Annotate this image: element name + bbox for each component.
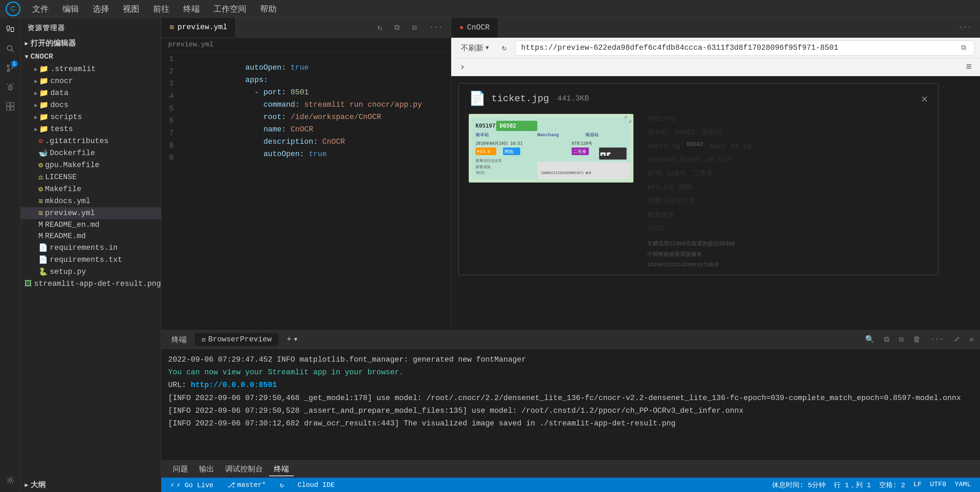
browser-refresh-btn[interactable]: ↻ bbox=[499, 42, 510, 54]
status-go-live[interactable]: ⚡ ⚡ Go Live bbox=[167, 481, 217, 489]
tree-item-preview-yml[interactable]: ≋ preview.yml bbox=[21, 207, 161, 219]
tree-label-cnocr: cnocr bbox=[51, 77, 73, 86]
tree-item-data[interactable]: ▶ 📁 data bbox=[21, 87, 161, 99]
folder-icon-docs: 📁 bbox=[39, 100, 48, 110]
terminal-more-btn[interactable]: ··· bbox=[928, 334, 947, 345]
preview-tab-more-btn[interactable]: ··· bbox=[955, 22, 975, 33]
tree-item-readme-en[interactable]: M README_en.md bbox=[21, 219, 161, 231]
menu-terminal[interactable]: 终端 bbox=[177, 2, 206, 16]
browser-nav-chevron[interactable]: › bbox=[460, 62, 465, 72]
terminal-tab-add[interactable]: + ▼ bbox=[280, 333, 304, 346]
bottom-tab-output[interactable]: 输出 bbox=[194, 462, 219, 476]
tree-item-gitattributes[interactable]: ⊙ .gitattributes bbox=[21, 135, 161, 147]
tree-item-gpu-makefile[interactable]: ⚙ gpu.Makefile bbox=[21, 159, 161, 171]
yml-icon-mkdocs: ≋ bbox=[38, 197, 43, 206]
tree-item-requirements-in[interactable]: 📄 requirements.in bbox=[21, 242, 161, 254]
debug-activity-icon[interactable] bbox=[2, 79, 19, 96]
bottom-tab-debug-console[interactable]: 调试控制台 bbox=[220, 462, 268, 476]
file-viewer-close-btn[interactable]: ✕ bbox=[921, 92, 928, 106]
more-tab-btn[interactable]: ··· bbox=[426, 22, 445, 33]
tree-label-requirements-in: requirements.in bbox=[50, 244, 118, 252]
menu-file[interactable]: 文件 bbox=[26, 2, 55, 16]
source-control-activity-icon[interactable]: 1 bbox=[2, 60, 19, 76]
status-rest-time[interactable]: 休息时间: 5分钟 bbox=[768, 480, 829, 490]
status-branch[interactable]: ⎇ master* bbox=[224, 481, 269, 489]
terminal-split-btn[interactable]: ⊟ bbox=[896, 333, 906, 346]
browser-menu-btn[interactable]: ≡ bbox=[966, 62, 972, 72]
menu-view[interactable]: 视图 bbox=[117, 2, 145, 16]
status-lang[interactable]: YAML bbox=[951, 480, 975, 490]
status-charset[interactable]: UTF8 bbox=[926, 480, 950, 490]
terminal-line-1: 2022-09-06 07:29:47.452 INFO matplotlib.… bbox=[168, 354, 973, 366]
tab-cnocr-preview[interactable]: ● CnOCR bbox=[451, 18, 498, 38]
tree-item-makefile[interactable]: ⚙ Makefile bbox=[21, 183, 161, 195]
refresh-tab-btn[interactable]: ↻ bbox=[375, 22, 385, 33]
terminal-copy-btn[interactable]: ⧉ bbox=[881, 334, 892, 346]
terminal-tab-browser-preview[interactable]: ⊟ BrowserPreview bbox=[195, 333, 278, 346]
outline-section[interactable]: ▶ 大纲 bbox=[21, 478, 161, 492]
bottom-tab-problems[interactable]: 问题 bbox=[168, 462, 193, 476]
tree-item-streamlit-png[interactable]: 🖼 streamlit-app-det-result.png bbox=[21, 278, 161, 290]
tree-item-dockerfile[interactable]: 🐋 Dockerfile bbox=[21, 147, 161, 159]
terminal-tab-icon-browser: ⊟ bbox=[202, 336, 205, 344]
source-control-badge: 1 bbox=[11, 61, 18, 67]
svg-rect-37 bbox=[537, 162, 630, 179]
yml-icon-preview: ≋ bbox=[38, 209, 43, 218]
terminal-line-2: You can now view your Streamlit app in y… bbox=[168, 366, 973, 379]
code-editor-pane: ≋ preview.yml ↻ ⧉ ⊟ ··· preview.yml bbox=[161, 18, 451, 330]
browser-preview: 不刷新 ▼ ↻ https://preview-622eda98dfef6c4f… bbox=[451, 38, 980, 330]
status-line-col[interactable]: 行 1，列 1 bbox=[830, 480, 874, 490]
tree-item-cnocr[interactable]: ▶ 📁 cnocr bbox=[21, 75, 161, 87]
open-external-icon[interactable]: ⧉ bbox=[958, 43, 969, 53]
tree-item-tests[interactable]: ▶ 📁 tests bbox=[21, 123, 161, 135]
terminal-search-btn[interactable]: 🔍 bbox=[862, 333, 877, 346]
tree-item-requirements-txt[interactable]: 📄 requirements.txt bbox=[21, 254, 161, 266]
ocr-seat-class: 二等座 bbox=[692, 169, 713, 179]
add-tab-chevron: ▼ bbox=[294, 337, 298, 343]
browser-url-bar[interactable]: https://preview-622eda98dfef6c4fdb84ccca… bbox=[515, 40, 975, 56]
tree-item-mkdocs[interactable]: ≋ mkdocs.yml bbox=[21, 195, 161, 207]
tree-item-docs[interactable]: ▶ 📁 docs bbox=[21, 99, 161, 111]
split-editor-btn[interactable]: ⧉ bbox=[391, 22, 402, 33]
url-value: http://0.0.0.0:8501 bbox=[191, 381, 277, 389]
project-section[interactable]: ▼ CNOCR bbox=[21, 51, 161, 63]
status-spaces[interactable]: 空格: 2 bbox=[876, 480, 908, 490]
menu-edit[interactable]: 编辑 bbox=[56, 2, 85, 16]
terminal-delete-btn[interactable]: 🗑 bbox=[910, 333, 923, 346]
menu-workspace[interactable]: 工作空间 bbox=[207, 2, 253, 16]
terminal-line-3: URL: http://0.0.0.0:8501 bbox=[168, 379, 973, 391]
search-activity-icon[interactable] bbox=[2, 40, 19, 57]
tree-item-streamlit[interactable]: ▶ 📁 .streamlit bbox=[21, 63, 161, 75]
tree-item-license[interactable]: ⚖ LICENSE bbox=[21, 171, 161, 183]
layout-btn[interactable]: ⊟ bbox=[409, 22, 419, 33]
terminal-maximize-btn[interactable]: ⤢ bbox=[951, 333, 963, 346]
svg-point-12 bbox=[10, 87, 11, 89]
extensions-activity-icon[interactable] bbox=[2, 98, 19, 115]
ocr-barcode-text2: 中国铁路旅客票据服务 bbox=[647, 251, 928, 258]
ocr-seat-num: 3625 bbox=[647, 224, 928, 234]
menu-help[interactable]: 帮助 bbox=[254, 2, 283, 16]
tab-preview-yml[interactable]: ≋ preview.yml bbox=[161, 18, 236, 38]
terminal-close-btn[interactable]: ✕ bbox=[967, 333, 977, 346]
menu-bar: C 文件 编辑 选择 视图 前往 终端 工作空间 帮助 bbox=[0, 0, 980, 18]
settings-activity-icon[interactable] bbox=[2, 472, 19, 489]
tree-item-scripts[interactable]: ▶ 📁 scripts bbox=[21, 111, 161, 123]
browser-main-content: 📄 ticket.jpg 441.3KB ✕ bbox=[451, 76, 980, 330]
tree-item-readme[interactable]: M README.md bbox=[21, 231, 161, 242]
terminal-tab-terminal[interactable]: 终端 bbox=[165, 333, 194, 347]
bottom-tab-terminal[interactable]: 终端 bbox=[269, 462, 294, 476]
ticket-ocr-result: K051971 南丰站 D6502 南昌站 Nanfe ng D6502 bbox=[647, 114, 928, 268]
docker-icon-dockerfile: 🐋 bbox=[38, 148, 48, 158]
menu-select[interactable]: 选择 bbox=[86, 2, 115, 16]
image-resize-icon[interactable] bbox=[625, 116, 632, 125]
no-refresh-btn[interactable]: 不刷新 ▼ bbox=[457, 41, 493, 54]
code-line-6: 6 name: CnOCR bbox=[161, 117, 451, 129]
explorer-activity-icon[interactable] bbox=[2, 21, 19, 38]
outline-chevron: ▶ bbox=[25, 481, 29, 489]
tree-label-gpu-makefile: gpu.Makefile bbox=[45, 161, 99, 169]
menu-goto[interactable]: 前往 bbox=[147, 2, 176, 16]
status-sync[interactable]: ↻ bbox=[276, 481, 287, 489]
tree-item-setup-py[interactable]: 🐍 setup.py bbox=[21, 266, 161, 278]
open-editors-section[interactable]: ▶ 打开的编辑器 bbox=[21, 36, 161, 51]
status-encoding[interactable]: LF bbox=[910, 480, 925, 490]
